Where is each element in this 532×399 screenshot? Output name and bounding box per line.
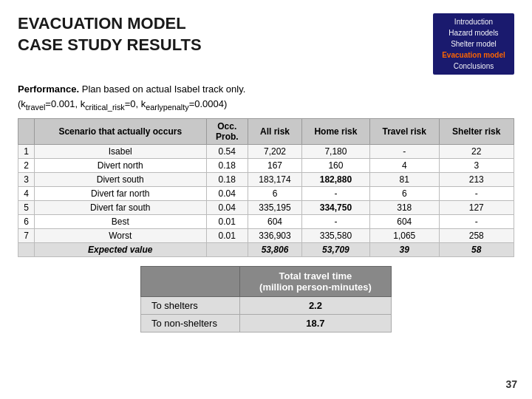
row-shelterrisk: -	[439, 187, 514, 201]
row-allrisk: 6	[248, 187, 302, 201]
row-scenario: Isabel	[35, 145, 207, 159]
row-prob: 0.54	[206, 145, 248, 159]
row-homerisk: 335,580	[302, 229, 370, 243]
row-allrisk: 335,195	[248, 201, 302, 215]
row-allrisk: 336,903	[248, 229, 302, 243]
expected-allrisk: 53,806	[248, 243, 302, 257]
row-scenario: Divert far south	[35, 201, 207, 215]
travel-row-shelters: To shelters 2.2	[141, 297, 392, 315]
travel-label-shelters: To shelters	[141, 297, 240, 315]
row-num: 7	[18, 229, 35, 243]
col-header-travelrisk: Travel risk	[369, 119, 439, 145]
travel-header-empty	[141, 267, 240, 297]
slide-page: EVACUATION MODEL CASE STUDY RESULTS Intr…	[0, 0, 532, 399]
row-homerisk: -	[302, 215, 370, 229]
table-row: 4 Divert far north 0.04 6 - 6 -	[18, 187, 514, 201]
row-homerisk-highlighted: 334,750	[302, 201, 370, 215]
row-travelrisk: 318	[369, 201, 439, 215]
col-header-scenario: Scenario that actually occurs	[35, 119, 207, 145]
row-prob: 0.18	[206, 159, 248, 173]
row-num: 2	[18, 159, 35, 173]
row-shelterrisk: 3	[439, 159, 514, 173]
row-travelrisk: 604	[369, 215, 439, 229]
row-shelterrisk: 22	[439, 145, 514, 159]
expected-value-row: Expected value 53,806 53,709 39 58	[18, 243, 514, 257]
page-number: 37	[505, 378, 517, 390]
expected-label: Expected value	[35, 243, 207, 257]
row-scenario: Divert north	[35, 159, 207, 173]
expected-homerisk: 53,709	[302, 243, 370, 257]
row-scenario: Worst	[35, 229, 207, 243]
travel-table-header-row: Total travel time(million person-minutes…	[141, 267, 392, 297]
nav-conclusions: Conclusions	[439, 61, 508, 72]
table-row: 3 Divert south 0.18 183,174 182,880 81 2…	[18, 173, 514, 187]
row-prob: 0.04	[206, 187, 248, 201]
travel-value-nonshelters: 18.7	[239, 315, 391, 332]
subtitle-bold: Performance.	[18, 83, 79, 95]
travel-label-nonshelters: To non-shelters	[141, 315, 240, 332]
row-scenario: Divert south	[35, 173, 207, 187]
row-shelterrisk: 258	[439, 229, 514, 243]
title-line1: EVACUATION MODEL	[18, 13, 202, 35]
row-prob: 0.18	[206, 173, 248, 187]
travel-row-nonshelters: To non-shelters 18.7	[141, 315, 392, 332]
nav-introduction: Introduction	[439, 16, 508, 27]
subtitle: Performance. Plan based on actual Isabel…	[18, 82, 514, 112]
row-allrisk: 604	[248, 215, 302, 229]
row-scenario: Best	[35, 215, 207, 229]
slide-title: EVACUATION MODEL CASE STUDY RESULTS	[18, 13, 202, 55]
expected-empty	[18, 243, 35, 257]
row-shelterrisk: -	[439, 215, 514, 229]
row-num: 3	[18, 173, 35, 187]
row-travelrisk: 1,065	[369, 229, 439, 243]
expected-prob-empty	[206, 243, 248, 257]
row-shelterrisk: 213	[439, 173, 514, 187]
row-prob: 0.04	[206, 201, 248, 215]
row-num: 4	[18, 187, 35, 201]
expected-travelrisk: 39	[369, 243, 439, 257]
row-homerisk: -	[302, 187, 370, 201]
expected-shelterrisk: 58	[439, 243, 514, 257]
row-homerisk: 160	[302, 159, 370, 173]
row-prob: 0.01	[206, 229, 248, 243]
top-bar: EVACUATION MODEL CASE STUDY RESULTS Intr…	[18, 13, 514, 75]
row-homerisk-highlighted: 182,880	[302, 173, 370, 187]
travel-table: Total travel time(million person-minutes…	[140, 266, 392, 332]
row-scenario: Divert far north	[35, 187, 207, 201]
col-header-homerisk: Home risk	[302, 119, 370, 145]
main-table: Scenario that actually occurs Occ.Prob. …	[18, 118, 514, 257]
row-travelrisk: 4	[369, 159, 439, 173]
row-shelterrisk: 127	[439, 201, 514, 215]
col-header-prob: Occ.Prob.	[206, 119, 248, 145]
nav-hazard: Hazard models	[439, 27, 508, 38]
row-travelrisk: 6	[369, 187, 439, 201]
table-row: 6 Best 0.01 604 - 604 -	[18, 215, 514, 229]
row-allrisk: 7,202	[248, 145, 302, 159]
col-header-num	[18, 119, 35, 145]
row-allrisk: 183,174	[248, 173, 302, 187]
row-travelrisk: -	[369, 145, 439, 159]
row-prob: 0.01	[206, 215, 248, 229]
navigation-box: Introduction Hazard models Shelter model…	[433, 13, 514, 75]
row-travelrisk: 81	[369, 173, 439, 187]
row-num: 1	[18, 145, 35, 159]
table-row: 5 Divert far south 0.04 335,195 334,750 …	[18, 201, 514, 215]
table-row: 2 Divert north 0.18 167 160 4 3	[18, 159, 514, 173]
row-num: 6	[18, 215, 35, 229]
row-homerisk: 7,180	[302, 145, 370, 159]
title-line2: CASE STUDY RESULTS	[18, 35, 202, 56]
col-header-allrisk: All risk	[248, 119, 302, 145]
nav-shelter: Shelter model	[439, 38, 508, 50]
travel-header-title: Total travel time(million person-minutes…	[239, 267, 391, 297]
row-allrisk: 167	[248, 159, 302, 173]
travel-value-shelters: 2.2	[239, 297, 391, 315]
row-num: 5	[18, 201, 35, 215]
table-row: 1 Isabel 0.54 7,202 7,180 - 22	[18, 145, 514, 159]
col-header-shelterrisk: Shelter risk	[439, 119, 514, 145]
table-row: 7 Worst 0.01 336,903 335,580 1,065 258	[18, 229, 514, 243]
nav-evacuation[interactable]: Evacuation model	[439, 50, 508, 61]
bottom-section: Total travel time(million person-minutes…	[18, 266, 514, 332]
